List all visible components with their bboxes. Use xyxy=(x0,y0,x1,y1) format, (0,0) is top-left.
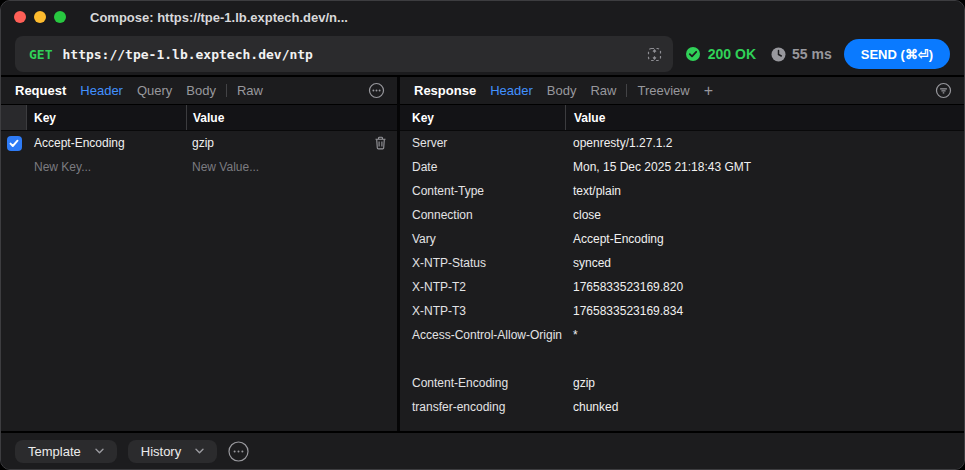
response-header-value: Mon, 15 Dec 2025 21:18:43 GMT xyxy=(565,160,964,174)
response-header-value: synced xyxy=(565,256,964,270)
request-tabbar: Request Header Query Body Raw xyxy=(1,77,397,105)
filter-response-icon[interactable] xyxy=(935,82,952,99)
close-button[interactable] xyxy=(14,11,26,23)
response-header-key: transfer-encoding xyxy=(400,400,565,414)
request-tab-raw[interactable]: Raw xyxy=(237,83,263,98)
response-header-key: Content-Type xyxy=(400,184,565,198)
response-status: 200 OK 55 ms xyxy=(685,46,832,62)
response-tab-treeview[interactable]: Treeview xyxy=(637,83,689,98)
response-header-key: Content-Encoding xyxy=(400,376,565,390)
http-method-label[interactable]: GET xyxy=(29,47,52,62)
table-row: X-NTP-T2 1765833523169.820 xyxy=(400,275,964,299)
response-header-key: Date xyxy=(400,160,565,174)
traffic-lights xyxy=(14,11,66,23)
url-input[interactable]: GET https://tpe-1.lb.exptech.dev/ntp xyxy=(15,36,673,72)
table-row: transfer-encoding chunked xyxy=(400,395,964,419)
response-header-key: Server xyxy=(400,136,565,150)
response-header-value: close xyxy=(565,208,964,222)
status-ok-icon xyxy=(685,46,701,62)
more-options-icon[interactable] xyxy=(228,441,249,462)
table-row: X-NTP-Status synced xyxy=(400,251,964,275)
request-value-column-header: Value xyxy=(186,105,397,130)
zoom-button[interactable] xyxy=(54,11,66,23)
send-button[interactable]: SEND (⌘⏎) xyxy=(844,39,950,69)
request-header-key[interactable]: Accept-Encoding xyxy=(27,136,186,150)
window-title: Compose: https://tpe-1.lb.exptech.dev/n.… xyxy=(90,10,348,25)
request-panel: Request Header Query Body Raw xyxy=(1,77,397,431)
header-enabled-checkbox[interactable] xyxy=(7,136,22,151)
expand-field-icon[interactable] xyxy=(646,46,663,63)
tab-divider xyxy=(226,84,227,97)
request-header-value[interactable]: gzip xyxy=(186,136,374,150)
response-tab-body[interactable]: Body xyxy=(547,83,577,98)
tab-divider xyxy=(626,84,627,97)
minimize-button[interactable] xyxy=(34,11,46,23)
table-row xyxy=(400,347,964,371)
add-tab-button[interactable]: + xyxy=(704,83,713,99)
new-key-input[interactable]: New Key... xyxy=(27,160,186,174)
request-panel-title: Request xyxy=(15,83,66,98)
template-dropdown-label: Template xyxy=(28,444,81,459)
new-value-input[interactable]: New Value... xyxy=(186,160,397,174)
request-options-icon[interactable] xyxy=(368,82,385,99)
response-panel-title: Response xyxy=(414,83,476,98)
delete-header-icon[interactable] xyxy=(374,136,397,150)
response-tab-raw[interactable]: Raw xyxy=(590,83,616,98)
footer-bar: Template History xyxy=(1,431,964,469)
template-dropdown[interactable]: Template xyxy=(15,440,117,463)
request-tab-body[interactable]: Body xyxy=(186,83,216,98)
response-header-key: Access-Control-Allow-Origin xyxy=(400,328,565,342)
response-table-header: Key Value xyxy=(400,105,964,131)
response-header-value: 1765833523169.834 xyxy=(565,304,964,318)
response-header-value: gzip xyxy=(565,376,964,390)
url-text[interactable]: https://tpe-1.lb.exptech.dev/ntp xyxy=(62,47,645,62)
new-header-row: New Key... New Value... xyxy=(1,155,397,179)
table-row: Date Mon, 15 Dec 2025 21:18:43 GMT xyxy=(400,155,964,179)
request-table-body: Accept-Encoding gzip New Key... N xyxy=(1,131,397,431)
table-row: Access-Control-Allow-Origin * xyxy=(400,323,964,347)
url-bar: GET https://tpe-1.lb.exptech.dev/ntp 200… xyxy=(1,33,964,77)
history-dropdown[interactable]: History xyxy=(128,440,217,463)
response-time-icon xyxy=(771,47,786,62)
table-row: Connection close xyxy=(400,203,964,227)
response-header-value: openresty/1.27.1.2 xyxy=(565,136,964,150)
response-header-value: chunked xyxy=(565,400,964,414)
table-row: Server openresty/1.27.1.2 xyxy=(400,131,964,155)
response-time-text: 55 ms xyxy=(792,46,832,62)
request-tab-query[interactable]: Query xyxy=(137,83,172,98)
titlebar: Compose: https://tpe-1.lb.exptech.dev/n.… xyxy=(1,1,964,33)
table-row: Vary Accept-Encoding xyxy=(400,227,964,251)
response-tabbar: Response Header Body Raw Treeview + xyxy=(400,77,964,105)
table-row: Content-Encoding gzip xyxy=(400,371,964,395)
response-header-key: Vary xyxy=(400,232,565,246)
response-table-body: Server openresty/1.27.1.2 Date Mon, 15 D… xyxy=(400,131,964,431)
table-row: Accept-Encoding gzip xyxy=(1,131,397,155)
status-code-text: 200 OK xyxy=(708,46,756,62)
response-tab-header[interactable]: Header xyxy=(490,83,533,98)
chevron-down-icon xyxy=(195,448,204,454)
response-header-key: X-NTP-T2 xyxy=(400,280,565,294)
response-header-key: Connection xyxy=(400,208,565,222)
app-window: Compose: https://tpe-1.lb.exptech.dev/n.… xyxy=(0,0,965,470)
response-header-key: X-NTP-T3 xyxy=(400,304,565,318)
request-gutter-header xyxy=(1,105,27,130)
history-dropdown-label: History xyxy=(141,444,181,459)
response-header-key: X-NTP-Status xyxy=(400,256,565,270)
response-header-value: Accept-Encoding xyxy=(565,232,964,246)
request-table-header: Key Value xyxy=(1,105,397,131)
request-tab-header[interactable]: Header xyxy=(80,83,123,98)
table-row: X-NTP-T3 1765833523169.834 xyxy=(400,299,964,323)
main-content: Request Header Query Body Raw xyxy=(1,77,964,431)
chevron-down-icon xyxy=(95,448,104,454)
request-key-column-header: Key xyxy=(27,105,186,130)
response-value-column-header: Value xyxy=(565,105,964,130)
response-key-column-header: Key xyxy=(400,105,565,130)
response-header-value: 1765833523169.820 xyxy=(565,280,964,294)
table-row: Content-Type text/plain xyxy=(400,179,964,203)
response-panel: Response Header Body Raw Treeview + Key … xyxy=(400,77,964,431)
response-header-value: * xyxy=(565,328,964,342)
response-header-value: text/plain xyxy=(565,184,964,198)
